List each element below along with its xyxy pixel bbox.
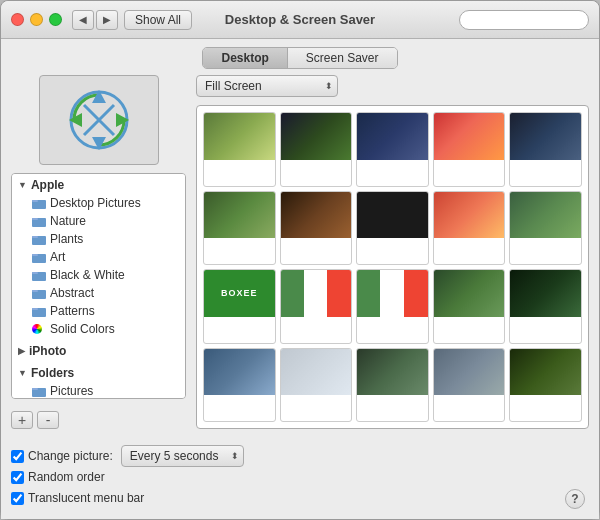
svg-rect-8 <box>32 218 38 220</box>
remove-button[interactable]: - <box>37 411 59 429</box>
left-panel: ▼ Apple Desktop Pictures Nature <box>11 75 186 429</box>
sidebar-item-solid-colors[interactable]: Solid Colors <box>12 320 185 338</box>
svg-rect-12 <box>32 254 38 256</box>
thumbnail-5[interactable] <box>509 112 582 187</box>
svg-rect-20 <box>32 388 38 390</box>
forward-button[interactable]: ▶ <box>96 10 118 30</box>
label-nature: Nature <box>50 214 86 228</box>
sidebar[interactable]: ▼ Apple Desktop Pictures Nature <box>11 173 186 399</box>
tab-desktop[interactable]: Desktop <box>203 48 287 68</box>
bottom-bar: Change picture: Every 5 seconds Every 1 … <box>1 439 599 519</box>
sidebar-item-abstract[interactable]: Abstract <box>12 284 185 302</box>
translucent-menu-checkbox[interactable] <box>11 492 24 505</box>
label-abstract: Abstract <box>50 286 94 300</box>
thumbnail-15[interactable] <box>509 269 582 344</box>
folder-icon <box>32 270 46 281</box>
search-box[interactable] <box>459 10 589 30</box>
sidebar-header-iphoto[interactable]: ▶ iPhoto <box>12 342 185 360</box>
svg-rect-10 <box>32 236 38 238</box>
sidebar-section-apple: ▼ Apple Desktop Pictures Nature <box>12 174 185 340</box>
thumbnail-11[interactable]: BOXEE <box>203 269 276 344</box>
label-art: Art <box>50 250 65 264</box>
triangle-icon: ▼ <box>18 368 27 378</box>
thumbnail-14[interactable] <box>433 269 506 344</box>
translucent-menu-row: Translucent menu bar ? <box>11 487 589 509</box>
sidebar-item-patterns[interactable]: Patterns <box>12 302 185 320</box>
svg-rect-14 <box>32 272 38 274</box>
thumbnail-6[interactable] <box>203 191 276 266</box>
right-panel: Fill Screen Stretch to Fill Screen Cente… <box>196 75 589 429</box>
title-bar: ◀ ▶ Show All Desktop & Screen Saver <box>1 1 599 39</box>
svg-rect-18 <box>32 308 38 310</box>
label-patterns: Patterns <box>50 304 95 318</box>
label-solid-colors: Solid Colors <box>50 322 115 336</box>
triangle-icon: ▼ <box>18 180 27 190</box>
thumbnails-grid: BOXEE <box>196 105 589 429</box>
sidebar-item-plants[interactable]: Plants <box>12 230 185 248</box>
thumbnail-10[interactable] <box>509 191 582 266</box>
thumbnail-20[interactable] <box>509 348 582 423</box>
color-wheel-icon <box>32 324 46 335</box>
thumbnail-17[interactable] <box>280 348 353 423</box>
interval-dropdown-wrapper[interactable]: Every 5 seconds Every 1 minute Every 5 m… <box>121 445 244 467</box>
thumbnail-13[interactable] <box>356 269 429 344</box>
change-picture-checkbox[interactable] <box>11 450 24 463</box>
close-button[interactable] <box>11 13 24 26</box>
folders-label: Folders <box>31 366 74 380</box>
maximize-button[interactable] <box>49 13 62 26</box>
random-order-checkbox-label[interactable]: Random order <box>11 470 105 484</box>
folder-icon <box>32 306 46 317</box>
sidebar-item-black-white[interactable]: Black & White <box>12 266 185 284</box>
apple-label: Apple <box>31 178 64 192</box>
dropdown-wrapper[interactable]: Fill Screen Stretch to Fill Screen Cente… <box>196 75 338 97</box>
svg-rect-16 <box>32 290 38 292</box>
sidebar-item-art[interactable]: Art <box>12 248 185 266</box>
translucent-menu-label: Translucent menu bar <box>28 491 144 505</box>
nav-buttons: ◀ ▶ <box>72 10 118 30</box>
label-black-white: Black & White <box>50 268 125 282</box>
change-picture-label: Change picture: <box>28 449 113 463</box>
thumbnail-7[interactable] <box>280 191 353 266</box>
sidebar-item-desktop-pictures[interactable]: Desktop Pictures <box>12 194 185 212</box>
thumbnail-9[interactable] <box>433 191 506 266</box>
sidebar-header-apple[interactable]: ▼ Apple <box>12 176 185 194</box>
label-pictures: Pictures <box>50 384 93 398</box>
add-button[interactable]: + <box>11 411 33 429</box>
minimize-button[interactable] <box>30 13 43 26</box>
window-title: Desktop & Screen Saver <box>225 12 375 27</box>
random-order-label: Random order <box>28 470 105 484</box>
folder-icon <box>32 386 46 397</box>
thumbnail-16[interactable] <box>203 348 276 423</box>
traffic-lights <box>11 13 62 26</box>
thumbnail-4[interactable] <box>433 112 506 187</box>
thumbnail-1[interactable] <box>203 112 276 187</box>
thumbnail-3[interactable] <box>356 112 429 187</box>
label-desktop-pictures: Desktop Pictures <box>50 196 141 210</box>
thumbnail-18[interactable] <box>356 348 429 423</box>
main-content: ▼ Apple Desktop Pictures Nature <box>1 75 599 439</box>
show-all-button[interactable]: Show All <box>124 10 192 30</box>
folder-icon <box>32 252 46 263</box>
sidebar-header-folders[interactable]: ▼ Folders <box>12 364 185 382</box>
thumbnail-2[interactable] <box>280 112 353 187</box>
random-order-checkbox[interactable] <box>11 471 24 484</box>
tab-group: Desktop Screen Saver <box>202 47 397 69</box>
fill-dropdown[interactable]: Fill Screen Stretch to Fill Screen Cente… <box>196 75 338 97</box>
sidebar-item-pictures[interactable]: Pictures <box>12 382 185 399</box>
label-plants: Plants <box>50 232 83 246</box>
translucent-menu-checkbox-label[interactable]: Translucent menu bar <box>11 491 144 505</box>
thumbnail-12[interactable] <box>280 269 353 344</box>
help-button[interactable]: ? <box>565 489 585 509</box>
back-button[interactable]: ◀ <box>72 10 94 30</box>
sidebar-item-nature[interactable]: Nature <box>12 212 185 230</box>
change-picture-checkbox-label[interactable]: Change picture: <box>11 449 113 463</box>
tab-screensaver[interactable]: Screen Saver <box>288 48 397 68</box>
svg-rect-6 <box>32 200 38 202</box>
search-input[interactable] <box>466 14 582 26</box>
thumbnail-19[interactable] <box>433 348 506 423</box>
sidebar-section-iphoto: ▶ iPhoto <box>12 340 185 362</box>
thumbnail-8[interactable] <box>356 191 429 266</box>
interval-dropdown[interactable]: Every 5 seconds Every 1 minute Every 5 m… <box>121 445 244 467</box>
main-window: ◀ ▶ Show All Desktop & Screen Saver Desk… <box>0 0 600 520</box>
bottom-options: Change picture: Every 5 seconds Every 1 … <box>11 445 589 509</box>
